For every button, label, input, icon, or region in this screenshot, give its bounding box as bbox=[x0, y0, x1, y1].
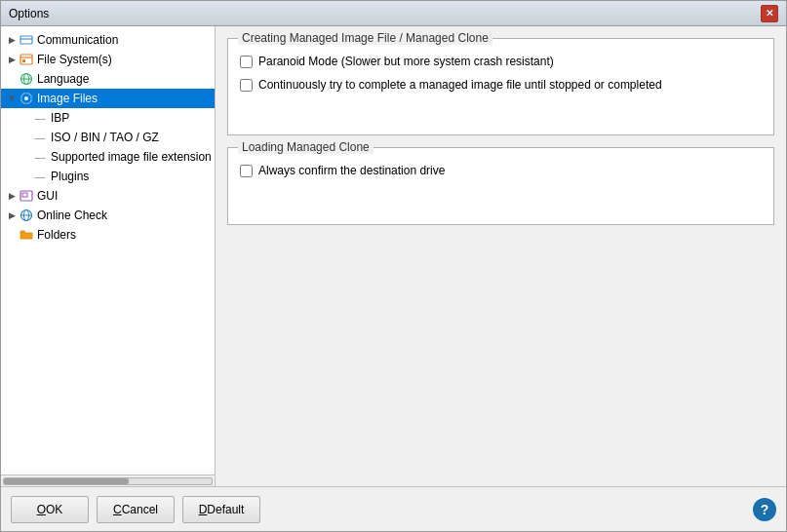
tree-label-ibp: IBP bbox=[51, 111, 69, 125]
checkbox-continuously[interactable] bbox=[240, 79, 253, 92]
cancel-button[interactable]: CCancel bbox=[97, 496, 175, 523]
icon-imagefiles bbox=[19, 91, 34, 106]
tree-scrollbar[interactable] bbox=[1, 475, 215, 486]
help-button[interactable]: ? bbox=[753, 498, 776, 521]
tree-item-supported[interactable]: — Supported image file extension bbox=[15, 147, 215, 167]
close-button[interactable]: ✕ bbox=[761, 5, 778, 22]
section-loading-content: Always confirm the destination drive bbox=[228, 148, 773, 189]
icon-language bbox=[19, 71, 34, 87]
tree-item-folders[interactable]: Folders bbox=[1, 225, 215, 245]
tree-label-iso: ISO / BIN / TAO / GZ bbox=[51, 131, 159, 144]
checkbox-paranoid[interactable] bbox=[240, 56, 253, 68]
svg-rect-2 bbox=[20, 55, 32, 64]
window-title: Options bbox=[9, 7, 49, 20]
icon-gui bbox=[19, 188, 34, 204]
label-alwaysconfirm: Always confirm the destination drive bbox=[258, 164, 445, 177]
tree-label-filesystem: File System(s) bbox=[37, 53, 112, 66]
section-creating-title: Creating Managed Image File / Managed Cl… bbox=[238, 31, 492, 45]
svg-rect-12 bbox=[22, 193, 27, 197]
tree-label-supported: Supported image file extension bbox=[51, 150, 212, 164]
tree-item-imagefiles[interactable]: ▼ Image Files bbox=[1, 89, 215, 108]
ok-label: OOK bbox=[37, 503, 63, 516]
svg-rect-0 bbox=[20, 36, 32, 44]
toggle-folders bbox=[5, 228, 19, 242]
tree-item-language[interactable]: Language bbox=[1, 69, 215, 89]
ok-button[interactable]: OOK bbox=[11, 496, 89, 523]
tree-label-plugins: Plugins bbox=[51, 170, 89, 183]
icon-plugins: — bbox=[32, 169, 48, 184]
tree-label-language: Language bbox=[37, 72, 89, 86]
toggle-communication: ▶ bbox=[5, 33, 19, 47]
toggle-filesystem: ▶ bbox=[5, 53, 19, 66]
bottom-bar: OOK CCancel DDefault ? bbox=[1, 486, 786, 531]
tree-item-plugins[interactable]: — Plugins bbox=[15, 167, 215, 186]
toggle-onlinecheck: ▶ bbox=[5, 209, 19, 222]
tree-item-onlinecheck[interactable]: ▶ Online Check bbox=[1, 206, 215, 225]
icon-filesystem bbox=[19, 52, 34, 67]
scrollbar-track bbox=[3, 477, 213, 485]
tree-area: ▶ Communication ▶ File System(s) bbox=[1, 26, 215, 475]
toggle-plugins bbox=[19, 170, 32, 183]
default-label: DDefault bbox=[199, 503, 245, 516]
svg-rect-4 bbox=[22, 59, 25, 62]
main-content: ▶ Communication ▶ File System(s) bbox=[1, 26, 786, 486]
tree-item-filesystem[interactable]: ▶ File System(s) bbox=[1, 50, 215, 69]
icon-onlinecheck bbox=[19, 208, 34, 223]
toggle-supported bbox=[19, 150, 32, 164]
icon-iso: — bbox=[32, 130, 48, 145]
scrollbar-thumb bbox=[4, 478, 129, 484]
tree-label-imagefiles: Image Files bbox=[37, 92, 98, 105]
toggle-gui: ▶ bbox=[5, 189, 19, 203]
checkbox-row-alwaysconfirm: Always confirm the destination drive bbox=[240, 164, 762, 177]
toggle-language bbox=[5, 72, 19, 86]
toggle-ibp bbox=[19, 111, 32, 125]
tree-item-iso[interactable]: — ISO / BIN / TAO / GZ bbox=[15, 128, 215, 147]
section-creating: Creating Managed Image File / Managed Cl… bbox=[227, 38, 774, 135]
label-continuously: Continuously try to complete a managed i… bbox=[258, 78, 662, 92]
tree-label-gui: GUI bbox=[37, 189, 58, 203]
cancel-label: CCancel bbox=[113, 503, 158, 516]
svg-point-9 bbox=[24, 96, 28, 100]
checkbox-row-continuously: Continuously try to complete a managed i… bbox=[240, 78, 762, 92]
toggle-iso bbox=[19, 131, 32, 144]
label-paranoid: Paranoid Mode (Slower but more system cr… bbox=[258, 55, 554, 68]
left-panel: ▶ Communication ▶ File System(s) bbox=[1, 26, 216, 486]
toggle-imagefiles: ▼ bbox=[5, 92, 19, 105]
title-bar: Options ✕ bbox=[1, 1, 786, 26]
checkbox-alwaysconfirm[interactable] bbox=[240, 165, 253, 177]
tree-item-ibp[interactable]: — IBP bbox=[15, 108, 215, 128]
icon-supported: — bbox=[32, 149, 48, 165]
default-button[interactable]: DDefault bbox=[182, 496, 260, 523]
tree-label-communication: Communication bbox=[37, 33, 118, 47]
right-panel: Creating Managed Image File / Managed Cl… bbox=[216, 26, 786, 486]
tree-label-onlinecheck: Online Check bbox=[37, 209, 107, 222]
tree-item-gui[interactable]: ▶ GUI bbox=[1, 186, 215, 206]
section-loading: Loading Managed Clone Always confirm the… bbox=[227, 147, 774, 225]
icon-folders bbox=[19, 227, 34, 243]
icon-communication bbox=[19, 32, 34, 48]
icon-ibp: — bbox=[32, 110, 48, 126]
section-loading-title: Loading Managed Clone bbox=[238, 140, 374, 154]
checkbox-row-paranoid: Paranoid Mode (Slower but more system cr… bbox=[240, 55, 762, 68]
tree-label-folders: Folders bbox=[37, 228, 76, 242]
right-spacer bbox=[227, 237, 774, 475]
tree-item-communication[interactable]: ▶ Communication bbox=[1, 30, 215, 50]
options-window: Options ✕ ▶ Communication ▶ bbox=[0, 0, 787, 532]
section-creating-content: Paranoid Mode (Slower but more system cr… bbox=[228, 39, 773, 103]
